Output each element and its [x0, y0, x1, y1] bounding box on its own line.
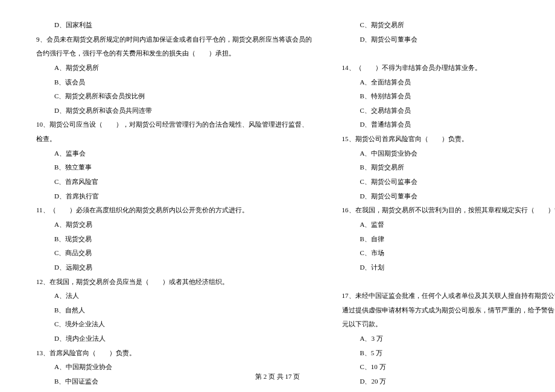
- q11-option-b: B、现货交易: [36, 232, 312, 247]
- q17-text3: 元以下罚款。: [342, 317, 556, 332]
- q16-option-b: B、自律: [342, 232, 556, 247]
- right-column: C、期货交易所 D、期货公司董事会 . 14、（ ）不得为非结算会员办理结算业务…: [342, 18, 556, 368]
- q12-option-c: C、境外企业法人: [36, 317, 312, 332]
- q9-text2: 合约强行平仓，强行平仓的有关费用和发生的损失由（ ）承担。: [36, 46, 312, 61]
- q15-text: 15、期货公司首席风险官向（ ）负责。: [342, 132, 556, 147]
- q17-option-a: A、3 万: [342, 332, 556, 346]
- q9-option-b: B、该会员: [36, 75, 312, 90]
- q17-text2: 通过提供虚假申请材料等方式成为期货公司股东，情节严重的，给予警告，单处或者并处（…: [342, 303, 556, 318]
- q10-text: 10、期货公司应当设（ ），对期货公司经营管理行为的合法合规性、风险管理进行监督…: [36, 118, 312, 132]
- q14-option-a: A、全面结算会员: [342, 75, 556, 90]
- q13-option-c: C、期货交易所: [342, 18, 556, 33]
- q10-option-a: A、监事会: [36, 147, 312, 161]
- q12-option-d: D、境内企业法人: [36, 332, 312, 346]
- q9-option-c: C、期货交易所和该会员按比例: [36, 89, 312, 104]
- q11-option-d: D、远期交易: [36, 261, 312, 275]
- q15-option-c: C、期货公司监事会: [342, 175, 556, 189]
- q12-option-b: B、自然人: [36, 303, 312, 318]
- q14-text: 14、（ ）不得为非结算会员办理结算业务。: [342, 61, 556, 75]
- q10-option-b: B、独立董事: [36, 160, 312, 175]
- q11-option-c: C、商品交易: [36, 246, 312, 261]
- q15-option-a: A、中国期货业协会: [342, 147, 556, 161]
- option-d-prior: D、国家利益: [36, 18, 312, 33]
- q9-option-a: A、期货交易所: [36, 61, 312, 75]
- q16-option-a: A、监督: [342, 218, 556, 232]
- q16-option-c: C、市场: [342, 246, 556, 261]
- q14-option-c: C、交易结算会员: [342, 104, 556, 118]
- q15-option-b: B、期货交易所: [342, 160, 556, 175]
- q15-option-d: D、期货公司董事会: [342, 189, 556, 204]
- q14-option-b: B、特别结算会员: [342, 89, 556, 104]
- q9-text: 9、会员未在期货交易所规定的时间内追加保证金或者自行平仓的，期货交易所应当将该会…: [36, 33, 312, 47]
- q11-option-a: A、期货交易: [36, 218, 312, 232]
- q10-text2: 检查。: [36, 132, 312, 147]
- q17-option-b: B、5 万: [342, 346, 556, 361]
- q14-option-d: D、普通结算会员: [342, 118, 556, 132]
- q9-option-d: D、期货交易所和该会员共同连带: [36, 104, 312, 118]
- q12-option-a: A、法人: [36, 289, 312, 303]
- two-column-layout: D、国家利益 9、会员未在期货交易所规定的时间内追加保证金或者自行平仓的，期货交…: [36, 18, 519, 368]
- page-footer: 第 2 页 共 17 页: [0, 372, 555, 381]
- q13-option-d: D、期货公司董事会: [342, 33, 556, 47]
- q10-option-c: C、首席风险官: [36, 175, 312, 189]
- q13-text: 13、首席风险官向（ ）负责。: [36, 346, 312, 361]
- q16-text: 16、在我国，期货交易所不以营利为目的，按照其章程规定实行（ ）管理。: [342, 203, 556, 218]
- q10-option-d: D、首席执行官: [36, 189, 312, 204]
- q12-text: 12、在我国，期货交易所会员应当是（ ）或者其他经济组织。: [36, 275, 312, 289]
- left-column: D、国家利益 9、会员未在期货交易所规定的时间内追加保证金或者自行平仓的，期货交…: [36, 18, 312, 368]
- q16-option-d: D、计划: [342, 261, 556, 275]
- q11-text: 11、（ ）必须在高度组织化的期货交易所内以公开竞价的方式进行。: [36, 203, 312, 218]
- q17-text: 17、未经中国证监会批准，任何个人或者单位及其关联人擅自持有期货公司 5%以上股…: [342, 289, 556, 303]
